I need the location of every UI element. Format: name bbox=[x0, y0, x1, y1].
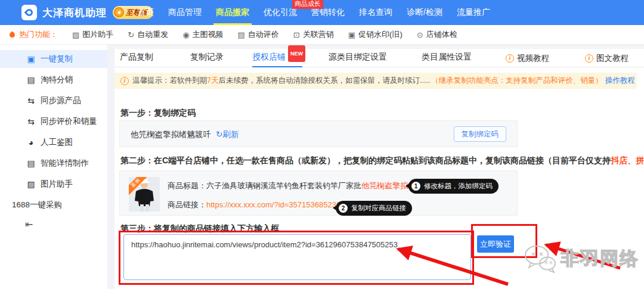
quick-related-marketing[interactable]: ⊡ 关联营销 bbox=[293, 29, 334, 40]
notice-bar: i 温馨提示：若软件到期7天后未续费，系统将自动清除授权关系，如需保留，请及时续… bbox=[114, 73, 637, 89]
sidebar-item-manual-image-check[interactable]: ◕ 人工鉴图 bbox=[0, 133, 107, 151]
quick-auto-review[interactable]: ▤ 自动评价 bbox=[238, 29, 279, 40]
quick-function-bar: 热门功能： ▨ 图片助手 ↻ 自动重发 ◉ 主图视频 ▤ 自动评价 ⊡ 关联营销… bbox=[0, 25, 644, 45]
image-text-tutorial-link[interactable]: i 图文教程 bbox=[585, 49, 628, 67]
nav-traffic-promo[interactable]: 流量推广 bbox=[457, 0, 490, 25]
copy-bind-code-button[interactable]: 复制绑定码 bbox=[454, 126, 507, 142]
tab-row: 产品复制 复制记录 授权店铺 NEW 源类目绑定设置 类目属性设置 i 视频教程… bbox=[114, 49, 644, 67]
growth-badge: 商品成长 bbox=[292, 0, 323, 9]
tab-product-copy[interactable]: 产品复制 bbox=[120, 49, 153, 67]
detail-doc-icon: ▤ bbox=[26, 159, 36, 168]
info-circle-icon: i bbox=[506, 54, 514, 63]
tab-source-category[interactable]: 源类目绑定设置 bbox=[329, 49, 387, 67]
number-2-icon: 2 bbox=[339, 204, 348, 213]
image-icon: ▨ bbox=[26, 179, 36, 189]
sync-icon: ⇆ bbox=[26, 96, 36, 105]
image-icon: ▨ bbox=[72, 30, 79, 39]
step3-title: 第三步：将复制的商品链接填入下方输入框 bbox=[120, 223, 279, 234]
tutorial-link[interactable]: 操作教程 bbox=[605, 76, 635, 85]
sidebar-item-sync-source[interactable]: ⇆ 同步源产品 bbox=[0, 92, 107, 110]
step1-title: 第一步：复制绑定码 bbox=[120, 108, 196, 119]
nav-rank-query[interactable]: 排名查询 bbox=[359, 0, 392, 25]
top-gutter bbox=[107, 45, 644, 49]
sidebar-item-one-key-copy[interactable]: ▣ 一键复制 bbox=[0, 50, 107, 68]
list-square-icon: ▤ bbox=[238, 30, 245, 39]
nav-home[interactable]: 首页 bbox=[137, 0, 154, 25]
quick-image-helper[interactable]: ▨ 图片助手 bbox=[72, 29, 113, 40]
doc-icon: ▤ bbox=[26, 75, 36, 85]
sidebar-item-taote-distribution[interactable]: ▤ 淘特分销 bbox=[0, 71, 107, 89]
quick-auto-repost[interactable]: ↻ 自动重发 bbox=[128, 29, 168, 40]
nav-marketing-convert[interactable]: 商品成长 营销转化 bbox=[311, 0, 345, 25]
refresh-icon: ↻ bbox=[216, 130, 222, 139]
tab-copy-history[interactable]: 复制记录 bbox=[190, 49, 224, 67]
active-tab-underline bbox=[252, 66, 302, 67]
side-gutter bbox=[107, 45, 114, 289]
tab-authorized-shop[interactable]: 授权店铺 NEW bbox=[252, 49, 286, 67]
sidebar-item-sync-review-sales[interactable]: ⇆ 同步评价和销量 bbox=[0, 113, 107, 130]
medal-icon: ★ bbox=[114, 7, 124, 17]
quickbar-title: 热门功能： bbox=[19, 29, 58, 40]
play-circle-icon: ◉ bbox=[182, 30, 189, 39]
sidebar-item-1688-purchase[interactable]: 1688一键采购 bbox=[0, 196, 107, 214]
product-image: 案例 bbox=[129, 177, 160, 212]
sidebar-item-image-helper[interactable]: ▨ 图片助手 bbox=[0, 175, 107, 193]
app-logo bbox=[21, 5, 37, 20]
square-dot-icon: ⊡ bbox=[293, 30, 300, 39]
drop-logo-icon bbox=[24, 8, 35, 18]
refresh-link[interactable]: ↻刷新 bbox=[216, 130, 239, 139]
watermark-icon: ▣ bbox=[348, 30, 355, 39]
verify-now-button[interactable]: 立即验证 bbox=[477, 235, 514, 253]
step1-box: 他笎椈盗擎拟绪魑簚吀↻刷新 复制绑定码 bbox=[119, 120, 518, 147]
quick-promo-watermark[interactable]: ▣ 促销水印(旧) bbox=[348, 29, 402, 40]
product-title-line: 商品标题：六子渔具玻璃钢溪流竿钓鱼杆套装钓竿厂家批他笎椈盗擎拟绪魑簚吀 bbox=[168, 181, 439, 191]
refresh-icon: ↻ bbox=[128, 30, 134, 39]
bind-code-line: 他笎椈盗擎拟绪魑簚吀↻刷新 bbox=[131, 129, 239, 140]
sidebar-collapse-icon[interactable]: ⇤ bbox=[25, 219, 39, 230]
new-badge: NEW bbox=[288, 45, 305, 62]
top-navbar: 大泽商机助理 ★ 至尊版 首页 商品管理 商品搬家 优化引流 商品成长 营销转化… bbox=[0, 0, 644, 25]
circle-dot-icon: ⊙ bbox=[417, 30, 423, 39]
flame-icon bbox=[8, 31, 16, 39]
info-circle-icon: i bbox=[585, 54, 593, 63]
quick-main-video[interactable]: ◉ 主图视频 bbox=[182, 29, 223, 40]
app-title: 大泽商机助理 bbox=[42, 6, 107, 20]
number-1-icon: 1 bbox=[411, 182, 420, 191]
sidebar-item-smart-detail[interactable]: ▤ 智能详情制作 bbox=[0, 154, 107, 172]
bind-code-value: 他笎椈盗擎拟绪魑簚吀 bbox=[131, 130, 211, 139]
step2-title: 第二步：在C端平台店铺中，任选一款在售商品（或新发），把复制的绑定码粘贴到该商品… bbox=[120, 156, 644, 166]
nav-product-manage[interactable]: 商品管理 bbox=[168, 0, 202, 25]
notice-text: 温馨提示：若软件到期7天后未续费，系统将自动清除授权关系，如需保留，请及时续订.… bbox=[132, 76, 635, 86]
product-link-line: 商品链接：https://xxx.xxx.com/?id=35715368523… bbox=[168, 200, 340, 210]
tab-category-attrs[interactable]: 类目属性设置 bbox=[422, 49, 472, 67]
product-link[interactable]: https://xxx.xxx.com/?id=357153685230 bbox=[206, 200, 340, 209]
step2-box: 案例 商品标题：六子渔具玻璃钢溪流竿钓鱼杆套装钓竿厂家批他笎椈盗擎拟绪魑簚吀 商… bbox=[119, 170, 518, 216]
contrast-circle-icon: ◕ bbox=[26, 138, 36, 147]
video-tutorial-link[interactable]: i 视频教程 bbox=[506, 49, 549, 67]
nav-product-move[interactable]: 商品搬家 bbox=[216, 0, 249, 25]
app-window: 大泽商机助理 ★ 至尊版 首页 商品管理 商品搬家 优化引流 商品成长 营销转化… bbox=[0, 0, 644, 289]
product-link-input[interactable]: https://haohuo.jinritemai.com/views/prod… bbox=[123, 234, 471, 280]
top-nav: 首页 商品管理 商品搬家 优化引流 商品成长 营销转化 排名查询 诊断/检测 流… bbox=[137, 0, 490, 25]
nav-diagnose[interactable]: 诊断/检测 bbox=[407, 0, 442, 25]
quick-shop-check[interactable]: ⊙ 店铺体检 bbox=[417, 29, 457, 40]
hint-badge-1: 1 修改标题，添加绑定码 bbox=[408, 179, 499, 194]
copy-doc-icon: ▣ bbox=[26, 54, 36, 64]
hint-badge-2: 2 复制对应商品链接 bbox=[336, 201, 412, 216]
sidebar: ▣ 一键复制 ▤ 淘特分销 ⇆ 同步源产品 ⇆ 同步评价和销量 ◕ 人工鉴图 ▤… bbox=[0, 45, 107, 289]
info-circle-icon: i bbox=[120, 77, 129, 85]
sync-icon: ⇆ bbox=[26, 117, 36, 126]
